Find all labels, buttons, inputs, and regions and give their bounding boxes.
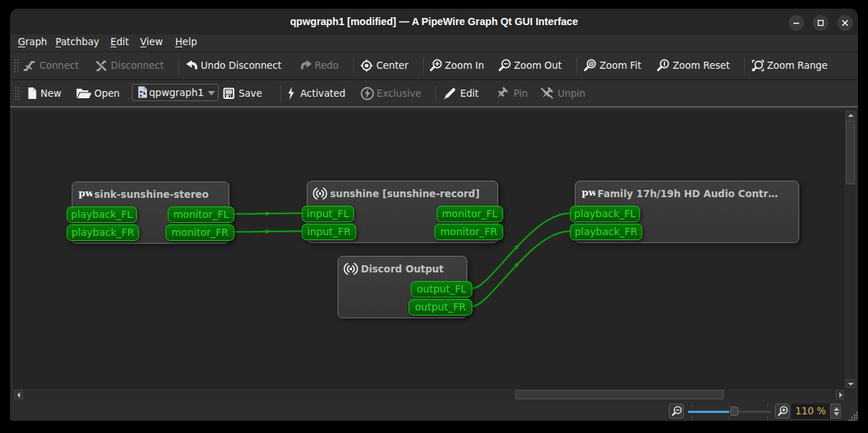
menu-patchbay[interactable]: Patchbay [56, 34, 100, 51]
zoom-reset-button[interactable]: Zoom Reset [657, 52, 730, 79]
disconnect-label: Disconnect [111, 60, 164, 71]
minimize-button[interactable] [788, 15, 804, 31]
node-title-text: sink-sunshine-stereo [95, 189, 209, 200]
center-button[interactable]: Center [360, 52, 409, 79]
port-monitor_FR[interactable]: monitor_FR [166, 224, 234, 241]
node-title: sunshine [sunshine-record] [312, 186, 480, 201]
save-label: Save [239, 88, 262, 99]
port-playback_FR[interactable]: playback_FR [570, 224, 642, 240]
menu-graph[interactable]: Graph [18, 34, 47, 51]
close-button[interactable] [837, 15, 853, 31]
unpin-button[interactable]: Unpin [539, 80, 586, 107]
node-title-text: Discord Output [361, 263, 444, 275]
open-button[interactable]: Open [76, 80, 120, 107]
edit-label: Edit [460, 88, 479, 99]
port-monitor_FL[interactable]: monitor_FL [437, 206, 503, 222]
save-button[interactable]: Save [223, 80, 262, 107]
menu-edit[interactable]: Edit [110, 34, 129, 51]
slider-tick [729, 404, 730, 407]
edit-pencil-icon [443, 87, 457, 100]
audio-device-icon [343, 262, 359, 276]
right-arrow-icon [839, 392, 842, 398]
toolbar-separator [576, 57, 577, 74]
menu-view[interactable]: View [140, 34, 163, 51]
port-playback_FR[interactable]: playback_FR [67, 224, 139, 241]
connect-icon [23, 59, 35, 72]
zoom-slider-handle[interactable] [730, 406, 738, 416]
zoom-in-button[interactable]: Zoom In [429, 52, 484, 79]
screen: qpwgraph1 [modified] — A PipeWire Graph … [0, 0, 868, 433]
pipewire-icon: pw [581, 187, 596, 201]
port-monitor_FR[interactable]: monitor_FR [434, 224, 503, 240]
pin-button[interactable]: Pin [494, 80, 528, 107]
menu-mnemonic: P [56, 37, 61, 47]
maximize-button[interactable] [813, 15, 829, 31]
scroll-down-button[interactable] [846, 379, 855, 389]
port-monitor_FL[interactable]: monitor_FL [168, 206, 234, 223]
toolbar-grip[interactable] [14, 58, 19, 73]
toolbar-patchbay: New Open qpwgraph1 [10, 80, 858, 107]
toolbar-separator [423, 57, 424, 74]
zoom-range-button[interactable]: Zoom Range [750, 52, 828, 79]
scroll-left-button[interactable] [14, 390, 23, 399]
scroll-right-button[interactable] [836, 390, 844, 399]
toolbar-separator [353, 57, 354, 74]
graph-canvas[interactable]: pwsink-sunshine-stereoplayback_FLplaybac… [13, 110, 855, 399]
connect-label: Connect [39, 60, 79, 71]
port-input_FL[interactable]: input_FL [302, 206, 354, 222]
slider-tick [767, 404, 768, 407]
connection-lines [13, 110, 844, 388]
exclusive-icon [361, 86, 374, 101]
edit-button[interactable]: Edit [443, 80, 479, 107]
menu-label: iew [146, 37, 163, 47]
undo-icon [186, 59, 198, 72]
toolbar-separator [280, 85, 281, 102]
disconnect-button[interactable]: Disconnect [95, 52, 164, 79]
scroll-up-button[interactable] [846, 111, 855, 120]
port-playback_FL[interactable]: playback_FL [570, 206, 640, 222]
port-playback_FL[interactable]: playback_FL [67, 206, 137, 223]
resize-grip[interactable] [849, 411, 858, 421]
menu-label: elp [183, 37, 197, 47]
node-title-text: sunshine [sunshine-record] [330, 188, 480, 199]
port-input_FR[interactable]: input_FR [302, 224, 356, 240]
vertical-scroll-handle[interactable] [846, 120, 855, 184]
new-label: New [41, 88, 62, 99]
unpin-icon [539, 86, 555, 100]
pin-label: Pin [514, 88, 528, 99]
zoom-in-mini-button[interactable] [775, 404, 790, 419]
zoom-slider-filled[interactable] [688, 411, 729, 414]
zoom-spin-buttons[interactable] [830, 404, 841, 419]
exclusive-button[interactable]: Exclusive [361, 80, 421, 107]
activated-label: Activated [300, 88, 345, 99]
statusbar: 110 % [10, 400, 858, 421]
undo-button[interactable]: Undo Disconnect [186, 52, 282, 79]
menu-label: dit [116, 37, 128, 47]
slider-tick [692, 416, 692, 419]
vertical-scrollbar[interactable] [844, 110, 855, 388]
redo-button[interactable]: Redo [300, 52, 338, 79]
horizontal-scroll-handle[interactable] [515, 390, 724, 399]
zoom-out-button[interactable]: Zoom Out [498, 52, 562, 79]
zoom-out-mini-button[interactable] [669, 404, 684, 419]
activated-button[interactable]: Activated [287, 80, 345, 107]
patchbay-profile-combobox[interactable]: qpwgraph1 [132, 84, 219, 101]
redo-label: Redo [315, 60, 338, 71]
menu-help[interactable]: Help [176, 34, 197, 51]
center-label: Center [376, 60, 409, 71]
zoom-fit-button[interactable]: Zoom Fit [583, 52, 642, 79]
zoom-spinbox[interactable]: 110 % [791, 404, 830, 419]
toolbar-separator [744, 57, 745, 74]
new-button[interactable]: New [27, 80, 62, 107]
connect-button[interactable]: Connect [23, 52, 79, 79]
toolbar-grip[interactable] [14, 86, 20, 101]
svg-text:pw: pw [581, 187, 596, 198]
horizontal-scrollbar[interactable] [13, 388, 844, 399]
zoom-fit-label: Zoom Fit [600, 60, 642, 71]
graph-scene[interactable]: pwsink-sunshine-stereoplayback_FLplaybac… [13, 110, 844, 388]
port-output_FL[interactable]: output_FL [411, 281, 472, 298]
menubar: GraphPatchbayEditViewHelp [10, 34, 858, 51]
port-output_FR[interactable]: output_FR [409, 299, 472, 315]
patchbay-file-icon [138, 86, 148, 98]
node-title: Discord Output [343, 261, 444, 277]
